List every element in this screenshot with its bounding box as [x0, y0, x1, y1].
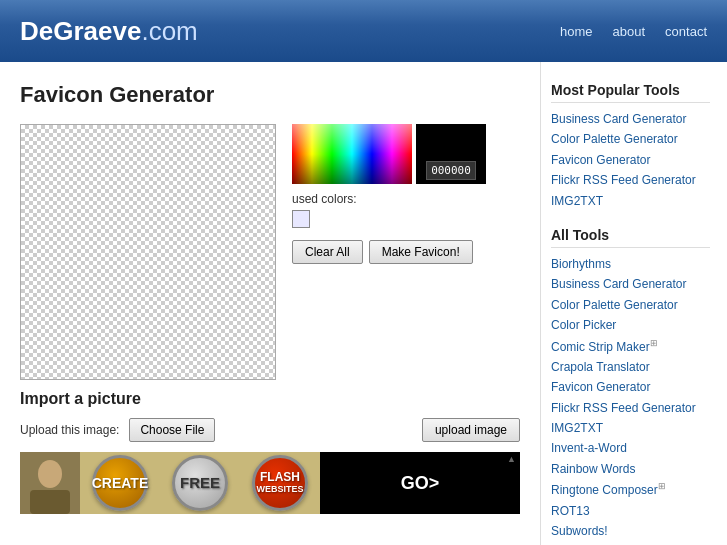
- sidebar-link-cpalette-popular[interactable]: Color Palette Generator: [551, 129, 710, 149]
- import-section: Import a picture Upload this image: Choo…: [20, 390, 520, 442]
- ad-flash-circle: FLASH WEBSITES: [252, 455, 308, 511]
- header: DeGraeve.com home about contact: [0, 0, 727, 62]
- upload-image-button[interactable]: upload image: [422, 418, 520, 442]
- choose-file-button[interactable]: Choose File: [129, 418, 215, 442]
- sidebar-link-biorhythms[interactable]: Biorhythms: [551, 254, 710, 274]
- sidebar-link-flickr[interactable]: Flickr RSS Feed Generator: [551, 398, 710, 418]
- sidebar-link-rot13[interactable]: ROT13: [551, 501, 710, 521]
- sidebar-link-txt2gif[interactable]: TXT2GIF: [551, 541, 710, 545]
- used-colors-label: used colors:: [292, 192, 486, 206]
- hex-value: 000000: [426, 161, 476, 180]
- site-logo[interactable]: DeGraeve.com: [20, 16, 198, 47]
- ad-banner-inner: CREATE FREE FLASH WEBSITES: [20, 452, 520, 514]
- ad-create-circle: CREATE: [92, 455, 148, 511]
- sidebar-link-flickr-popular[interactable]: Flickr RSS Feed Generator: [551, 170, 710, 190]
- page-title: Favicon Generator: [20, 82, 520, 108]
- ad-create-btn[interactable]: CREATE: [80, 452, 160, 514]
- clear-all-button[interactable]: Clear All: [292, 240, 363, 264]
- external-icon-2: ⊞: [658, 481, 666, 491]
- logo-text-domain: .com: [141, 16, 197, 46]
- sidebar-link-subwords[interactable]: Subwords!: [551, 521, 710, 541]
- sidebar-link-bcard[interactable]: Business Card Generator: [551, 274, 710, 294]
- sidebar-link-favicon-popular[interactable]: Favicon Generator: [551, 150, 710, 170]
- header-nav: home about contact: [560, 24, 707, 39]
- sidebar-all-tools: All Tools Biorhythms Business Card Gener…: [551, 227, 710, 545]
- favicon-canvas[interactable]: [20, 124, 276, 380]
- upload-label: Upload this image:: [20, 423, 119, 437]
- ad-photo: [20, 452, 80, 514]
- svg-point-1: [38, 460, 62, 488]
- sidebar: Most Popular Tools Business Card Generat…: [540, 62, 720, 545]
- sidebar-link-ringtone[interactable]: Ringtone Composer⊞: [551, 479, 710, 500]
- buttons-row: Clear All Make Favicon!: [292, 240, 486, 264]
- import-title: Import a picture: [20, 390, 520, 408]
- svg-rect-2: [30, 490, 70, 514]
- upload-row: Upload this image: Choose File upload im…: [20, 418, 520, 442]
- ad-flash-label: FLASH: [256, 471, 303, 484]
- external-icon: ⊞: [650, 338, 658, 348]
- sidebar-link-cpalette[interactable]: Color Palette Generator: [551, 295, 710, 315]
- used-colors-swatch[interactable]: [292, 210, 310, 228]
- color-black-box[interactable]: 000000: [416, 124, 486, 184]
- main-layout: Favicon Generator 000000 used colors:: [0, 62, 727, 545]
- sidebar-link-colorpicker[interactable]: Color Picker: [551, 315, 710, 335]
- nav-contact[interactable]: contact: [665, 24, 707, 39]
- ad-photo-svg: [20, 452, 80, 514]
- sidebar-link-bcard-popular[interactable]: Business Card Generator: [551, 109, 710, 129]
- sidebar-link-invent[interactable]: Invent-a-Word: [551, 438, 710, 458]
- sidebar-link-img2txt-popular[interactable]: IMG2TXT: [551, 191, 710, 211]
- content-area: Favicon Generator 000000 used colors:: [0, 62, 540, 545]
- sidebar-link-rainbow[interactable]: Rainbow Words: [551, 459, 710, 479]
- sidebar-link-img2txt[interactable]: IMG2TXT: [551, 418, 710, 438]
- ad-free-circle: FREE: [172, 455, 228, 511]
- sidebar-link-crapola[interactable]: Crapola Translator: [551, 357, 710, 377]
- make-favicon-button[interactable]: Make Favicon!: [369, 240, 473, 264]
- used-colors-row: used colors:: [292, 192, 486, 228]
- popular-tools-title: Most Popular Tools: [551, 82, 710, 103]
- color-spectrum[interactable]: [292, 124, 412, 184]
- sidebar-link-comic[interactable]: Comic Strip Maker⊞: [551, 336, 710, 357]
- ad-free-label: FREE: [180, 475, 220, 492]
- color-tools: 000000 used colors: Clear All Make Favic…: [292, 124, 486, 380]
- ad-flash-btn[interactable]: FLASH WEBSITES: [240, 452, 320, 514]
- editor-area: 000000 used colors: Clear All Make Favic…: [20, 124, 520, 380]
- ad-free-btn[interactable]: FREE: [160, 452, 240, 514]
- all-tools-title: All Tools: [551, 227, 710, 248]
- ad-websites-label: WEBSITES: [256, 485, 303, 495]
- logo-text-bold: DeGraeve: [20, 16, 141, 46]
- sidebar-link-favicon[interactable]: Favicon Generator: [551, 377, 710, 397]
- ad-go-button[interactable]: GO>: [320, 452, 520, 514]
- ad-banner[interactable]: CREATE FREE FLASH WEBSITES: [20, 452, 520, 514]
- nav-about[interactable]: about: [613, 24, 646, 39]
- color-spectrum-row: 000000: [292, 124, 486, 184]
- nav-home[interactable]: home: [560, 24, 593, 39]
- ad-marker: ▲: [507, 454, 516, 464]
- sidebar-popular-tools: Most Popular Tools Business Card Generat…: [551, 82, 710, 211]
